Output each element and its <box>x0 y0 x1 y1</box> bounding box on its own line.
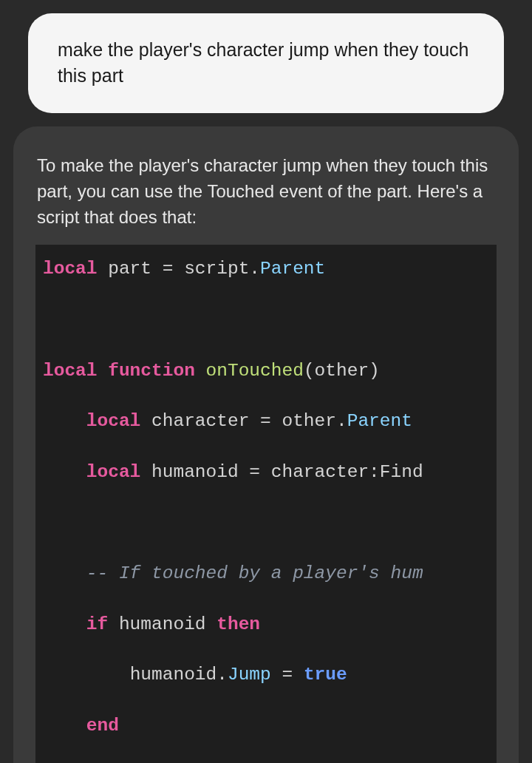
user-message-bubble: make the player's character jump when th… <box>28 13 504 113</box>
code-line: end <box>43 713 489 739</box>
code-line: humanoid.Jump = true <box>43 662 489 688</box>
keyword-local: local <box>43 259 98 279</box>
keyword-local: local <box>86 411 141 431</box>
code-line-blank <box>43 510 489 535</box>
code-line-blank <box>43 308 489 333</box>
code-line: local part = script.Parent <box>43 257 489 282</box>
chat-container: make the player's character jump when th… <box>0 0 532 763</box>
keyword-function: function <box>108 361 195 381</box>
code-line: if humanoid then <box>43 612 489 637</box>
keyword-local: local <box>86 462 141 482</box>
user-message-text: make the player's character jump when th… <box>58 39 468 86</box>
keyword-local: local <box>43 361 98 381</box>
assistant-message-bubble: To make the player's character jump when… <box>13 126 519 763</box>
code-line: -- If touched by a player's hum <box>43 561 489 586</box>
keyword-end: end <box>86 716 119 736</box>
code-line: local function onTouched(other) <box>43 359 489 384</box>
keyword-if: if <box>86 614 108 634</box>
assistant-intro-text: To make the player's character jump when… <box>35 153 497 230</box>
code-line: local humanoid = character:Find <box>43 460 489 485</box>
keyword-true: true <box>304 665 347 685</box>
code-comment: -- If touched by a player's hum <box>86 563 423 583</box>
code-block[interactable]: local part = script.Parent local functio… <box>35 245 497 763</box>
code-line: local character = other.Parent <box>43 409 489 434</box>
keyword-then: then <box>216 614 260 634</box>
